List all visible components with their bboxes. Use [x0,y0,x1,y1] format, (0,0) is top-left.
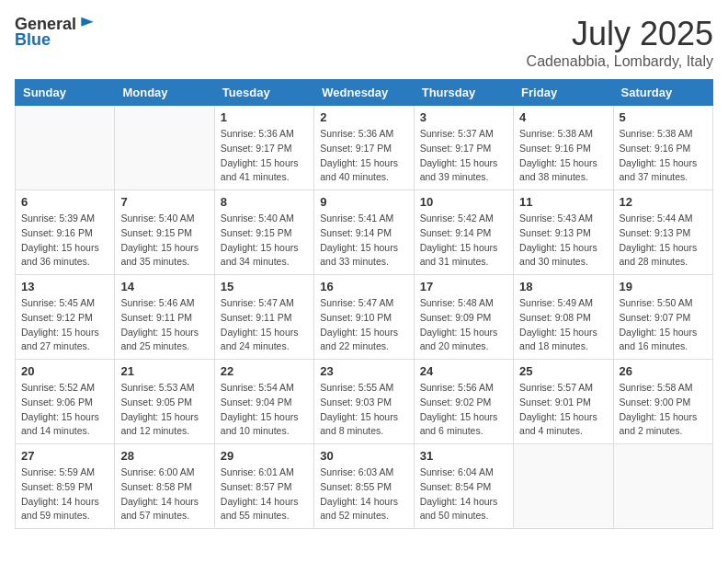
day-number: 10 [420,195,507,209]
day-number: 20 [21,364,108,378]
day-info: Sunrise: 5:49 AM Sunset: 9:08 PM Dayligh… [519,296,607,354]
month-title: July 2025 [527,15,713,53]
calendar-cell: 6Sunrise: 5:39 AM Sunset: 9:16 PM Daylig… [16,190,115,275]
day-info: Sunrise: 6:04 AM Sunset: 8:54 PM Dayligh… [420,465,507,523]
calendar-cell: 31Sunrise: 6:04 AM Sunset: 8:54 PM Dayli… [414,444,513,529]
day-number: 15 [221,280,308,293]
svg-marker-0 [81,17,93,26]
day-info: Sunrise: 5:47 AM Sunset: 9:10 PM Dayligh… [320,296,407,354]
day-number: 2 [320,110,407,124]
day-info: Sunrise: 5:58 AM Sunset: 9:00 PM Dayligh… [620,381,707,439]
day-info: Sunrise: 5:59 AM Sunset: 8:59 PM Dayligh… [21,465,108,523]
calendar-cell: 4Sunrise: 5:38 AM Sunset: 9:16 PM Daylig… [514,106,613,190]
calendar-cell: 28Sunrise: 6:00 AM Sunset: 8:58 PM Dayli… [115,444,214,529]
calendar-cell: 3Sunrise: 5:37 AM Sunset: 9:17 PM Daylig… [414,106,513,190]
day-info: Sunrise: 5:48 AM Sunset: 9:09 PM Dayligh… [420,296,507,354]
calendar-cell: 12Sunrise: 5:44 AM Sunset: 9:13 PM Dayli… [613,190,712,275]
calendar-cell: 27Sunrise: 5:59 AM Sunset: 8:59 PM Dayli… [16,444,115,529]
day-info: Sunrise: 5:47 AM Sunset: 9:11 PM Dayligh… [221,296,308,354]
location-title: Cadenabbia, Lombardy, Italy [527,53,713,70]
calendar-cell: 24Sunrise: 5:56 AM Sunset: 9:02 PM Dayli… [414,360,513,444]
day-number: 22 [221,364,308,378]
header-wednesday: Wednesday [314,80,414,106]
day-number: 19 [620,280,707,293]
calendar-week-row: 6Sunrise: 5:39 AM Sunset: 9:16 PM Daylig… [16,190,713,275]
logo-blue: Blue [15,30,51,50]
day-info: Sunrise: 5:40 AM Sunset: 9:15 PM Dayligh… [221,212,308,270]
calendar-cell: 23Sunrise: 5:55 AM Sunset: 9:03 PM Dayli… [314,360,414,444]
day-info: Sunrise: 5:45 AM Sunset: 9:12 PM Dayligh… [21,296,108,354]
calendar-cell: 7Sunrise: 5:40 AM Sunset: 9:15 PM Daylig… [115,190,214,275]
day-number: 5 [620,110,707,124]
day-info: Sunrise: 5:43 AM Sunset: 9:13 PM Dayligh… [519,212,607,270]
header-saturday: Saturday [613,80,712,106]
header-friday: Friday [514,80,613,106]
calendar-cell: 20Sunrise: 5:52 AM Sunset: 9:06 PM Dayli… [16,360,115,444]
day-number: 30 [320,449,407,463]
day-number: 29 [221,449,308,463]
day-info: Sunrise: 5:36 AM Sunset: 9:17 PM Dayligh… [221,127,308,185]
calendar-week-row: 1Sunrise: 5:36 AM Sunset: 9:17 PM Daylig… [16,106,713,190]
calendar-cell: 1Sunrise: 5:36 AM Sunset: 9:17 PM Daylig… [214,106,313,190]
day-number: 17 [420,280,507,293]
day-number: 8 [221,195,308,209]
day-info: Sunrise: 5:41 AM Sunset: 9:14 PM Dayligh… [320,212,407,270]
day-number: 11 [519,195,607,209]
calendar-cell: 8Sunrise: 5:40 AM Sunset: 9:15 PM Daylig… [214,190,313,275]
day-number: 14 [120,280,208,293]
day-info: Sunrise: 5:50 AM Sunset: 9:07 PM Dayligh… [620,296,707,354]
logo: General Blue [15,15,97,50]
header-sunday: Sunday [16,80,115,106]
calendar-week-row: 27Sunrise: 5:59 AM Sunset: 8:59 PM Dayli… [16,444,713,529]
calendar-header-row: Sunday Monday Tuesday Wednesday Thursday… [16,80,713,106]
calendar-table: Sunday Monday Tuesday Wednesday Thursday… [15,79,713,529]
logo-flag-icon [78,16,97,34]
day-info: Sunrise: 6:03 AM Sunset: 8:55 PM Dayligh… [320,465,407,523]
day-number: 18 [519,280,607,293]
calendar-cell: 2Sunrise: 5:36 AM Sunset: 9:17 PM Daylig… [314,106,414,190]
calendar-cell: 5Sunrise: 5:38 AM Sunset: 9:16 PM Daylig… [613,106,712,190]
day-info: Sunrise: 5:38 AM Sunset: 9:16 PM Dayligh… [620,127,707,185]
calendar-cell: 21Sunrise: 5:53 AM Sunset: 9:05 PM Dayli… [115,360,214,444]
day-info: Sunrise: 6:00 AM Sunset: 8:58 PM Dayligh… [120,465,208,523]
calendar-cell: 26Sunrise: 5:58 AM Sunset: 9:00 PM Dayli… [613,360,712,444]
calendar-cell [613,444,712,529]
day-number: 3 [420,110,507,124]
day-info: Sunrise: 5:53 AM Sunset: 9:05 PM Dayligh… [120,381,208,439]
day-info: Sunrise: 5:55 AM Sunset: 9:03 PM Dayligh… [320,381,407,439]
header-tuesday: Tuesday [214,80,313,106]
day-number: 6 [21,195,108,209]
day-info: Sunrise: 5:37 AM Sunset: 9:17 PM Dayligh… [420,127,507,185]
calendar-cell: 16Sunrise: 5:47 AM Sunset: 9:10 PM Dayli… [314,275,414,360]
day-info: Sunrise: 5:57 AM Sunset: 9:01 PM Dayligh… [519,381,607,439]
day-number: 27 [21,449,108,463]
day-number: 7 [120,195,208,209]
calendar-week-row: 13Sunrise: 5:45 AM Sunset: 9:12 PM Dayli… [16,275,713,360]
day-number: 9 [320,195,407,209]
calendar-cell: 17Sunrise: 5:48 AM Sunset: 9:09 PM Dayli… [414,275,513,360]
day-info: Sunrise: 5:42 AM Sunset: 9:14 PM Dayligh… [420,212,507,270]
day-number: 31 [420,449,507,463]
day-info: Sunrise: 5:56 AM Sunset: 9:02 PM Dayligh… [420,381,507,439]
day-number: 16 [320,280,407,293]
page-header: General Blue July 2025 Cadenabbia, Lomba… [15,15,713,70]
day-number: 4 [519,110,607,124]
calendar-cell: 29Sunrise: 6:01 AM Sunset: 8:57 PM Dayli… [214,444,313,529]
title-section: July 2025 Cadenabbia, Lombardy, Italy [527,15,713,70]
calendar-cell: 22Sunrise: 5:54 AM Sunset: 9:04 PM Dayli… [214,360,313,444]
calendar-cell: 30Sunrise: 6:03 AM Sunset: 8:55 PM Dayli… [314,444,414,529]
day-number: 21 [120,364,208,378]
day-number: 13 [21,280,108,293]
day-number: 28 [120,449,208,463]
calendar-cell: 9Sunrise: 5:41 AM Sunset: 9:14 PM Daylig… [314,190,414,275]
calendar-cell: 14Sunrise: 5:46 AM Sunset: 9:11 PM Dayli… [115,275,214,360]
calendar-cell: 25Sunrise: 5:57 AM Sunset: 9:01 PM Dayli… [514,360,613,444]
calendar-cell: 13Sunrise: 5:45 AM Sunset: 9:12 PM Dayli… [16,275,115,360]
day-info: Sunrise: 5:54 AM Sunset: 9:04 PM Dayligh… [221,381,308,439]
day-info: Sunrise: 5:38 AM Sunset: 9:16 PM Dayligh… [519,127,607,185]
calendar-week-row: 20Sunrise: 5:52 AM Sunset: 9:06 PM Dayli… [16,360,713,444]
calendar-cell: 11Sunrise: 5:43 AM Sunset: 9:13 PM Dayli… [514,190,613,275]
day-info: Sunrise: 5:52 AM Sunset: 9:06 PM Dayligh… [21,381,108,439]
calendar-cell: 10Sunrise: 5:42 AM Sunset: 9:14 PM Dayli… [414,190,513,275]
calendar-cell: 15Sunrise: 5:47 AM Sunset: 9:11 PM Dayli… [214,275,313,360]
